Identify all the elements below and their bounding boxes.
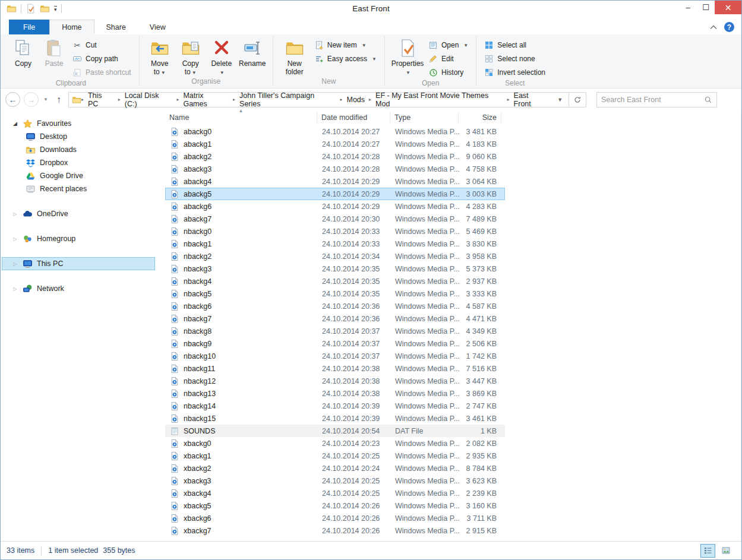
cut-button[interactable]: ✂ Cut xyxy=(70,39,134,52)
edit-button[interactable]: Edit xyxy=(425,52,471,65)
table-row[interactable]: nbackg5 24.10.2014 20:35 Windows Media P… xyxy=(165,287,505,300)
breadcrumb-item[interactable]: Mods xyxy=(342,93,369,107)
sidebar-item-desktop[interactable]: Desktop xyxy=(2,130,155,143)
table-row[interactable]: abackg4 24.10.2014 20:29 Windows Media P… xyxy=(165,175,505,188)
help-icon[interactable]: ? xyxy=(724,22,734,32)
maximize-button[interactable]: ☐ xyxy=(697,1,715,14)
expander-open-icon[interactable]: ◢ xyxy=(12,121,18,126)
expander-closed-icon[interactable]: ▷ xyxy=(12,211,18,217)
delete-button[interactable]: Delete▼ xyxy=(206,37,237,77)
minimize-button[interactable]: – xyxy=(679,1,697,14)
sidebar-item-favourites[interactable]: ◢Favourites xyxy=(2,117,155,130)
tab-file[interactable]: File xyxy=(9,20,49,34)
sidebar-item-recent-places[interactable]: Recent places xyxy=(2,182,155,195)
table-row[interactable]: nbackg2 24.10.2014 20:34 Windows Media P… xyxy=(165,250,505,262)
table-row[interactable]: nbackg12 24.10.2014 20:38 Windows Media … xyxy=(165,375,505,387)
sidebar-item-dropbox[interactable]: Dropbox xyxy=(2,156,155,169)
copy-path-button[interactable]: Copy path xyxy=(70,52,134,65)
breadcrumb-item[interactable]: John Tiller's Campaign Series xyxy=(235,93,340,107)
paste-button[interactable]: Paste xyxy=(39,37,70,68)
up-button[interactable]: ↑ xyxy=(53,94,65,105)
sidebar-item-google-drive[interactable]: Google Drive xyxy=(2,169,155,182)
table-row[interactable]: nbackg6 24.10.2014 20:36 Windows Media P… xyxy=(165,300,505,312)
table-row[interactable]: nbackg15 24.10.2014 20:39 Windows Media … xyxy=(165,412,505,425)
breadcrumb-item[interactable]: This PC xyxy=(84,93,118,107)
table-row[interactable]: abackg5 24.10.2014 20:29 Windows Media P… xyxy=(165,188,505,200)
move-to-button[interactable]: Move to▼ xyxy=(144,37,175,77)
table-row[interactable]: xbackg6 24.10.2014 20:26 Windows Media P… xyxy=(165,512,505,524)
table-row[interactable]: abackg1 24.10.2014 20:27 Windows Media P… xyxy=(165,138,505,150)
expander-closed-icon[interactable]: ▷ xyxy=(12,236,18,242)
table-row[interactable]: nbackg9 24.10.2014 20:37 Windows Media P… xyxy=(165,337,505,350)
history-button[interactable]: History xyxy=(425,66,471,79)
table-row[interactable]: nbackg4 24.10.2014 20:35 Windows Media P… xyxy=(165,275,505,287)
refresh-button[interactable] xyxy=(569,93,586,107)
address-dropdown-icon[interactable]: ▼ xyxy=(551,97,569,103)
table-row[interactable]: abackg2 24.10.2014 20:28 Windows Media P… xyxy=(165,150,505,163)
table-row[interactable]: abackg7 24.10.2014 20:30 Windows Media P… xyxy=(165,213,505,225)
back-button[interactable]: ← xyxy=(5,92,20,107)
tab-view[interactable]: View xyxy=(138,20,178,34)
properties-qat-icon[interactable] xyxy=(26,4,36,14)
breadcrumb-item[interactable]: EF - My East Front Movie Themes Mod xyxy=(371,93,507,107)
properties-button[interactable]: Properties▼ xyxy=(390,37,425,77)
table-row[interactable]: abackg3 24.10.2014 20:28 Windows Media P… xyxy=(165,163,505,175)
open-button[interactable]: Open▼ xyxy=(425,39,471,52)
address-bar[interactable]: ▸This PC▸Local Disk (C:)▸Matrix Games▸Jo… xyxy=(68,92,586,107)
table-row[interactable]: xbackg2 24.10.2014 20:24 Windows Media P… xyxy=(165,462,505,474)
table-row[interactable]: abackg6 24.10.2014 20:29 Windows Media P… xyxy=(165,200,505,213)
column-header-date-modified[interactable]: Date modified xyxy=(317,112,390,124)
column-header-name[interactable]: ▲ Name xyxy=(165,112,317,124)
customize-qat-icon[interactable]: ▾ xyxy=(54,6,57,12)
table-row[interactable]: SOUNDS 24.10.2014 20:54 DAT File 1 KB xyxy=(165,425,505,437)
new-folder-qat-icon[interactable] xyxy=(40,4,50,14)
select-none-button[interactable]: Select none xyxy=(481,52,548,65)
sidebar-item-this-pc[interactable]: ▷This PC xyxy=(2,257,155,270)
recent-locations-arrow-icon[interactable]: ▼ xyxy=(42,97,49,102)
column-header-size[interactable]: Size xyxy=(459,112,501,124)
table-row[interactable]: nbackg0 24.10.2014 20:33 Windows Media P… xyxy=(165,225,505,238)
sidebar-item-homegroup[interactable]: ▷Homegroup xyxy=(2,232,155,245)
select-all-button[interactable]: Select all xyxy=(481,39,548,52)
table-row[interactable]: xbackg0 24.10.2014 20:23 Windows Media P… xyxy=(165,437,505,450)
breadcrumb-item[interactable]: Local Disk (C:) xyxy=(121,93,177,107)
breadcrumb-item[interactable]: East Front xyxy=(510,93,552,107)
close-button[interactable]: ✕ xyxy=(715,1,741,14)
table-row[interactable]: xbackg3 24.10.2014 20:25 Windows Media P… xyxy=(165,474,505,487)
new-folder-button[interactable]: New folder xyxy=(278,37,311,76)
sidebar-item-onedrive[interactable]: ▷OneDrive xyxy=(2,207,155,220)
copy-to-button[interactable]: Copy to▼ xyxy=(175,37,206,77)
tab-share[interactable]: Share xyxy=(94,20,138,34)
expander-closed-icon[interactable]: ▷ xyxy=(12,261,18,267)
search-icon[interactable] xyxy=(704,96,712,104)
sidebar-item-network[interactable]: ▷Network xyxy=(2,282,155,295)
table-row[interactable]: nbackg1 24.10.2014 20:33 Windows Media P… xyxy=(165,238,505,250)
collapse-ribbon-icon[interactable] xyxy=(710,25,717,30)
table-row[interactable]: xbackg1 24.10.2014 20:25 Windows Media P… xyxy=(165,450,505,462)
breadcrumb-item[interactable]: Matrix Games xyxy=(179,93,233,107)
table-row[interactable]: nbackg14 24.10.2014 20:39 Windows Media … xyxy=(165,400,505,412)
table-row[interactable]: nbackg3 24.10.2014 20:35 Windows Media P… xyxy=(165,262,505,275)
table-row[interactable]: nbackg8 24.10.2014 20:37 Windows Media P… xyxy=(165,325,505,337)
copy-button[interactable]: Copy xyxy=(8,37,39,68)
table-row[interactable]: xbackg7 24.10.2014 20:26 Windows Media P… xyxy=(165,524,505,537)
table-row[interactable]: nbackg10 24.10.2014 20:37 Windows Media … xyxy=(165,350,505,362)
table-row[interactable]: nbackg13 24.10.2014 20:38 Windows Media … xyxy=(165,387,505,400)
new-item-button[interactable]: New item▼ xyxy=(311,39,380,52)
forward-button[interactable]: → xyxy=(24,92,39,107)
table-row[interactable]: xbackg5 24.10.2014 20:26 Windows Media P… xyxy=(165,499,505,512)
sidebar-item-downloads[interactable]: Downloads xyxy=(2,143,155,156)
table-row[interactable]: xbackg4 24.10.2014 20:25 Windows Media P… xyxy=(165,487,505,499)
thumbnails-view-button[interactable] xyxy=(718,544,733,558)
column-header-type[interactable]: Type xyxy=(390,112,459,124)
paste-shortcut-button[interactable]: Paste shortcut xyxy=(70,66,134,79)
expander-closed-icon[interactable]: ▷ xyxy=(12,286,18,292)
tab-home[interactable]: Home xyxy=(49,20,94,34)
table-row[interactable]: abackg0 24.10.2014 20:27 Windows Media P… xyxy=(165,125,505,138)
easy-access-button[interactable]: Easy access▼ xyxy=(311,52,380,65)
table-row[interactable]: nbackg11 24.10.2014 20:38 Windows Media … xyxy=(165,362,505,375)
search-input[interactable] xyxy=(601,96,704,104)
rename-button[interactable]: Rename xyxy=(237,37,268,68)
table-row[interactable]: nbackg7 24.10.2014 20:36 Windows Media P… xyxy=(165,312,505,325)
invert-selection-button[interactable]: Invert selection xyxy=(481,66,548,79)
